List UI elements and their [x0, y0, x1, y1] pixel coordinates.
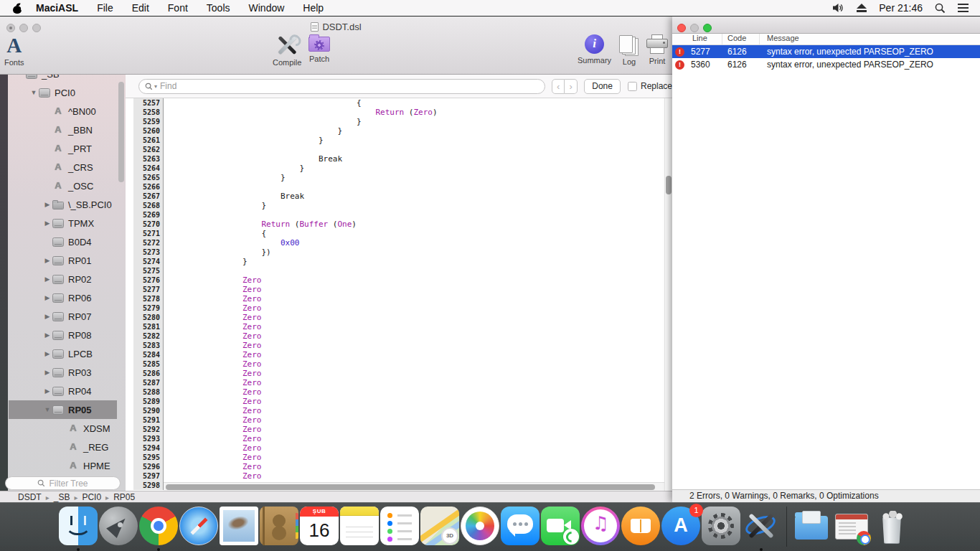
- editor-line[interactable]: 5294 Zero: [133, 443, 672, 453]
- notification-center-icon[interactable]: [958, 4, 969, 12]
- apple-menu-icon[interactable]: [12, 2, 23, 14]
- disclosure-closed-icon[interactable]: ▶: [42, 220, 52, 227]
- tree-item-bn00[interactable]: A^BN00: [0, 102, 126, 121]
- filter-tree-input[interactable]: Filter Tree: [5, 476, 121, 490]
- tree-item-reg[interactable]: A_REG: [0, 438, 126, 456]
- menu-help[interactable]: Help: [303, 2, 324, 14]
- eject-icon[interactable]: [857, 4, 867, 12]
- dock-item-facetime[interactable]: [541, 507, 580, 545]
- vertical-scrollbar-thumb[interactable]: [666, 176, 672, 194]
- editor-line[interactable]: 5259 }: [133, 117, 672, 126]
- breadcrumb-item-dsdt[interactable]: DSDT: [18, 492, 42, 502]
- dock-item-photos[interactable]: [461, 507, 499, 545]
- volume-icon[interactable]: [832, 3, 844, 13]
- compile-button[interactable]: Compile: [273, 34, 301, 67]
- editor-line[interactable]: 5258 Return (Zero): [133, 108, 672, 117]
- editor-line[interactable]: 5274 }: [133, 257, 672, 266]
- editor-line[interactable]: 5272 0x00: [133, 238, 672, 248]
- tree-item-sb[interactable]: _SB: [0, 75, 126, 83]
- dock-item-itunes[interactable]: ♫: [581, 507, 620, 545]
- tree-item-xdsm[interactable]: AXDSM: [0, 419, 126, 438]
- find-input[interactable]: ▾ Find: [138, 79, 545, 94]
- editor-line[interactable]: 5263 Break: [133, 154, 672, 164]
- editor-line[interactable]: 5293 Zero: [133, 434, 672, 443]
- tree-item-rp08[interactable]: ▶RP08: [0, 326, 126, 344]
- disclosure-closed-icon[interactable]: ▶: [42, 276, 52, 283]
- editor-line[interactable]: 5289 Zero: [133, 397, 672, 406]
- dock-item-minwindow[interactable]: [832, 507, 871, 545]
- horizontal-scrollbar-thumb[interactable]: [166, 484, 655, 490]
- editor-line[interactable]: 5280 Zero: [133, 313, 672, 322]
- editor-line[interactable]: 5291 Zero: [133, 415, 672, 425]
- log-button[interactable]: Log: [618, 34, 640, 66]
- editor-line[interactable]: 5260 }: [133, 126, 672, 136]
- editor-line[interactable]: 5262: [133, 145, 672, 154]
- tree-item-rp02[interactable]: ▶RP02: [0, 270, 126, 288]
- editor-line[interactable]: 5264 }: [133, 164, 672, 173]
- panel-close-button[interactable]: [677, 24, 686, 32]
- summary-button[interactable]: i Summary: [578, 34, 611, 65]
- menu-edit[interactable]: Edit: [132, 2, 149, 14]
- tree-item-osc[interactable]: A_OSC: [0, 176, 126, 195]
- editor-line[interactable]: 5283 Zero: [133, 341, 672, 350]
- editor-line[interactable]: 5271 {: [133, 229, 672, 238]
- tree-item-tpmx[interactable]: ▶TPMX: [0, 214, 126, 232]
- editor-line[interactable]: 5270 Return (Buffer (One): [133, 220, 672, 229]
- menu-font[interactable]: Font: [168, 2, 188, 14]
- tree-item-rp07[interactable]: ▶RP07: [0, 307, 126, 326]
- editor-line[interactable]: 5278 Zero: [133, 294, 672, 303]
- column-header-line[interactable]: Line: [672, 34, 722, 44]
- editor-line[interactable]: 5267 Break: [133, 192, 672, 201]
- disclosure-closed-icon[interactable]: ▶: [42, 387, 52, 395]
- tree-item-rp01[interactable]: ▶RP01: [0, 251, 126, 270]
- tree-item-b0d4[interactable]: B0D4: [0, 232, 126, 251]
- editor-line[interactable]: 5286 Zero: [133, 369, 672, 378]
- dock-item-sysprefs[interactable]: [702, 507, 740, 545]
- editor-line[interactable]: 5281 Zero: [133, 322, 672, 331]
- document-proxy-icon[interactable]: [311, 22, 319, 32]
- editor-line[interactable]: 5292 Zero: [133, 425, 672, 434]
- editor-line[interactable]: 5268 }: [133, 201, 672, 210]
- breadcrumb-item-pci0[interactable]: PCI0: [82, 492, 101, 502]
- editor-line[interactable]: 5257 {: [133, 98, 672, 108]
- editor-line[interactable]: 5287 Zero: [133, 378, 672, 387]
- editor-line[interactable]: 5295 Zero: [133, 453, 672, 462]
- disclosure-closed-icon[interactable]: ▶: [42, 369, 52, 376]
- dock-item-messages[interactable]: [501, 507, 540, 545]
- panel-zoom-button[interactable]: [703, 24, 712, 32]
- dock-item-maps[interactable]: [420, 507, 459, 545]
- tree-item-bbn[interactable]: A_BBN: [0, 121, 126, 139]
- menu-bar-clock[interactable]: Per 21:46: [879, 2, 923, 14]
- editor-line[interactable]: 5276 Zero: [133, 276, 672, 285]
- editor-line[interactable]: 5261 }: [133, 136, 672, 145]
- tree-item-pci0[interactable]: ▼PCI0: [0, 83, 126, 102]
- editor-line[interactable]: 5284 Zero: [133, 350, 672, 359]
- dock-item-contacts[interactable]: [260, 507, 298, 545]
- disclosure-closed-icon[interactable]: ▶: [42, 257, 52, 264]
- panel-minimize-button[interactable]: [690, 24, 699, 32]
- editor-line[interactable]: 5290 Zero: [133, 406, 672, 415]
- breadcrumb-item-_sb[interactable]: _SB: [54, 492, 70, 502]
- editor-line[interactable]: 5265 }: [133, 173, 672, 182]
- sidebar-scrollbar-thumb[interactable]: [118, 82, 124, 182]
- disclosure-closed-icon[interactable]: ▶: [42, 350, 52, 357]
- editor-line[interactable]: 5279 Zero: [133, 303, 672, 313]
- disclosure-closed-icon[interactable]: ▶: [42, 294, 52, 301]
- disclosure-open-icon[interactable]: ▼: [42, 406, 52, 413]
- dock-item-finder[interactable]: [59, 507, 98, 545]
- editor-line[interactable]: 5277 Zero: [133, 285, 672, 294]
- dock-item-chrome[interactable]: [139, 507, 178, 545]
- dock-item-reminders[interactable]: [380, 507, 419, 545]
- tree-item-crs[interactable]: A_CRS: [0, 158, 126, 176]
- menu-window[interactable]: Window: [249, 2, 285, 14]
- find-done-button[interactable]: Done: [584, 79, 621, 94]
- dock-item-docfolder[interactable]: [792, 507, 831, 545]
- dock-item-mail[interactable]: [220, 507, 258, 545]
- tree-item-rp04[interactable]: ▶RP04: [0, 382, 126, 400]
- patch-button[interactable]: Patch: [308, 34, 330, 63]
- fonts-button[interactable]: A Fonts: [4, 34, 24, 67]
- tree-item-lpcb[interactable]: ▶LPCB: [0, 344, 126, 363]
- disclosure-closed-icon[interactable]: ▶: [42, 201, 52, 208]
- dock-item-ibooks[interactable]: [621, 507, 660, 545]
- editor-line[interactable]: 5269: [133, 210, 672, 220]
